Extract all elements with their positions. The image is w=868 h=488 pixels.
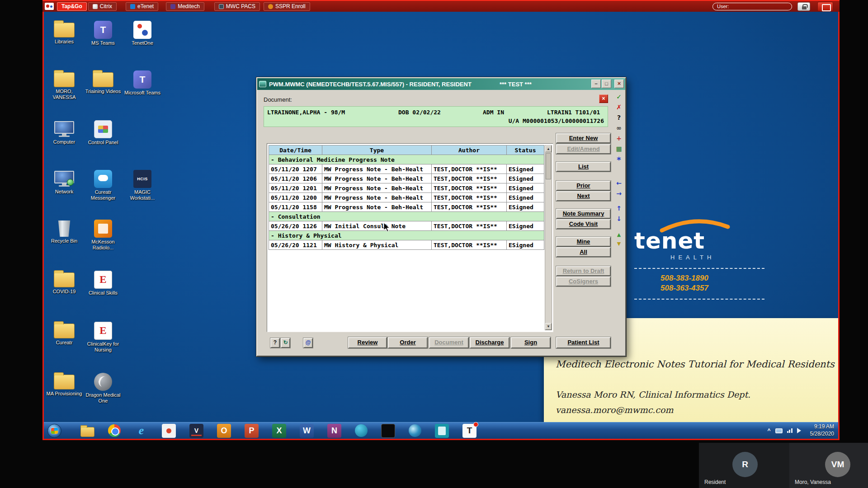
cell-type[interactable]: MW Progress Note - Beh-Healt	[322, 193, 432, 202]
cosigners-button[interactable]: CoSigners	[556, 277, 611, 286]
explorer-icon[interactable]	[80, 427, 94, 437]
globe-app-icon[interactable]	[409, 424, 421, 437]
desktop-icon-ma-provisioning[interactable]: MA Provisioning	[46, 373, 83, 397]
vmware-icon[interactable]: V	[189, 424, 203, 438]
tab-mwc-pacs[interactable]: MWC PACS	[214, 2, 260, 11]
add-icon[interactable]: +	[616, 135, 622, 141]
desktop-icon-control-panel[interactable]: Control Panel	[85, 120, 122, 145]
cell-type[interactable]: MW Progress Note - Beh-Healt	[322, 202, 432, 212]
cell-author[interactable]: TEST,DOCTOR **IS**	[432, 193, 507, 202]
cell-status[interactable]: ESigned	[507, 202, 544, 212]
internet-explorer-icon[interactable]: e	[134, 424, 148, 438]
review-glasses-icon[interactable]: ∞	[616, 125, 622, 131]
cell-datetime[interactable]: 05/11/20 1201	[269, 183, 322, 193]
order-button[interactable]: Order	[388, 337, 428, 348]
maximize-button[interactable]: □	[602, 80, 611, 88]
list-button[interactable]: List	[556, 162, 611, 172]
desktop-icon-magic-workstation[interactable]: HCIS MAGIC Workstati...	[124, 170, 161, 201]
scrollbar-thumb[interactable]	[546, 153, 551, 179]
scroll-down-button[interactable]: ▼	[545, 323, 552, 330]
cell-type[interactable]: MW Progress Note - Beh-Healt	[322, 164, 432, 174]
desktop-icon-covid19[interactable]: COVID-19	[46, 271, 83, 295]
cell-author[interactable]: TEST,DOCTOR **IS**	[432, 240, 507, 250]
document-row[interactable]: 05/11/20 1158 MW Progress Note - Beh-Hea…	[269, 202, 544, 212]
enter-new-button[interactable]: Enter New	[556, 133, 611, 143]
prior-button[interactable]: Prior	[556, 181, 611, 191]
start-button[interactable]	[47, 424, 61, 438]
close-document-button[interactable]: ×	[599, 94, 608, 103]
document-row[interactable]: 05/11/20 1206 MW Progress Note - Beh-Hea…	[269, 174, 544, 183]
cell-datetime[interactable]: 05/11/20 1207	[269, 164, 322, 174]
document-row[interactable]: 05/11/20 1201 MW Progress Note - Beh-Hea…	[269, 183, 544, 193]
desktop-icon-mckesson[interactable]: McKesson Radiolo...	[85, 220, 122, 251]
cell-status[interactable]: ESigned	[507, 164, 544, 174]
web-button[interactable]: @	[303, 338, 313, 348]
cell-datetime[interactable]: 05/26/20 1126	[269, 221, 322, 231]
return-to-draft-button[interactable]: Return to Draft	[556, 266, 611, 276]
desktop-icon-cureatr[interactable]: Cureatr	[46, 322, 83, 346]
desktop-icon-libraries[interactable]: Libraries	[46, 21, 83, 45]
cell-status[interactable]: ESigned	[507, 174, 544, 183]
cell-datetime[interactable]: 05/11/20 1158	[269, 202, 322, 212]
cell-datetime[interactable]: 05/26/20 1121	[269, 240, 322, 250]
command-window-icon[interactable]	[381, 424, 395, 438]
cell-author[interactable]: TEST,DOCTOR **IS**	[432, 202, 507, 212]
table-scrollbar[interactable]: ▲ ▼	[545, 145, 552, 330]
desktop-icon-network[interactable]: Network	[46, 170, 83, 195]
disconnect-button[interactable]	[817, 2, 833, 11]
cell-datetime[interactable]: 05/11/20 1206	[269, 174, 322, 183]
review-button[interactable]: Review	[348, 337, 387, 348]
cell-type[interactable]: MW Progress Note - Beh-Healt	[322, 183, 432, 193]
desktop-icon-clinical-skills[interactable]: E Clinical Skills	[85, 271, 122, 296]
cell-author[interactable]: TEST,DOCTOR **IS**	[432, 183, 507, 193]
prior-arrow-icon[interactable]: ←	[616, 180, 622, 186]
cancel-x-icon[interactable]: ✗	[616, 104, 622, 110]
tray-network-icon[interactable]	[787, 428, 793, 433]
cell-status[interactable]: ESigned	[507, 183, 544, 193]
cell-author[interactable]: TEST,DOCTOR **IS**	[432, 221, 507, 231]
video-tile-resident[interactable]: R Resident	[699, 443, 789, 488]
tab-meditech[interactable]: Meditech	[166, 2, 204, 11]
cell-status[interactable]: ESigned	[507, 221, 544, 231]
page-down-icon[interactable]: ▼	[617, 241, 621, 246]
lock-button[interactable]	[797, 2, 810, 11]
messaging-app-icon[interactable]	[162, 424, 176, 438]
page-up-icon[interactable]: ▲	[617, 232, 621, 237]
tray-volume-icon[interactable]	[797, 428, 804, 433]
tigerconnect-icon[interactable]: T	[462, 424, 476, 438]
chrome-icon[interactable]	[108, 424, 121, 437]
tab-sspr-enroll[interactable]: SSPR Enroll	[264, 2, 310, 11]
cell-type[interactable]: MW Progress Note - Beh-Healt	[322, 174, 432, 183]
next-arrow-icon[interactable]: →	[616, 190, 622, 197]
powerpoint-icon[interactable]: P	[245, 424, 259, 438]
ok-check-icon[interactable]: ✓	[616, 94, 622, 100]
document-row[interactable]: 05/26/20 1121 MW History & Physical TEST…	[269, 240, 544, 250]
desktop-icon-clinicalkey[interactable]: E ClinicalKey for Nursing	[85, 322, 122, 353]
document-row[interactable]: 05/26/20 1126 MW Initial Consult Note TE…	[269, 221, 544, 231]
cell-author[interactable]: TEST,DOCTOR **IS**	[432, 174, 507, 183]
edit-amend-button[interactable]: Edit/Amend	[556, 144, 611, 154]
desktop-icon-computer[interactable]: Computer	[46, 120, 83, 145]
desktop-icon-microsoft-teams[interactable]: T Microsoft Teams	[124, 70, 161, 96]
minimize-button[interactable]: –	[591, 80, 601, 88]
tab-citrix[interactable]: Citrix	[88, 2, 117, 11]
desktop-icon-training-videos[interactable]: Triaining Videos	[85, 70, 122, 94]
desktop-icon-dragon[interactable]: Dragon Medical One	[85, 373, 122, 404]
cell-datetime[interactable]: 05/11/20 1200	[269, 193, 322, 202]
cell-author[interactable]: TEST,DOCTOR **IS**	[432, 164, 507, 174]
desktop-icon-recycle-bin[interactable]: Recycle Bin	[46, 220, 83, 244]
user-field[interactable]: User:	[712, 3, 792, 10]
desktop-icon-ms-teams[interactable]: T MS Teams	[85, 21, 122, 46]
discharge-button[interactable]: Discharge	[470, 337, 509, 348]
scroll-up-button[interactable]: ▲	[545, 145, 552, 152]
taskbar-clock[interactable]: 9:19 AM 5/28/2020	[810, 423, 834, 437]
cell-type[interactable]: MW History & Physical	[322, 240, 432, 250]
special-icon[interactable]: *	[617, 156, 621, 164]
outlook-icon[interactable]: O	[217, 424, 231, 438]
desktop-icon-tenetone[interactable]: TenetOne	[124, 21, 161, 46]
document-row[interactable]: 05/11/20 1207 MW Progress Note - Beh-Hea…	[269, 164, 544, 174]
code-visit-button[interactable]: Code Visit	[556, 219, 611, 229]
tray-expand-icon[interactable]: ^	[768, 427, 771, 434]
up-arrow-icon[interactable]: ↑	[616, 205, 622, 211]
citrix-connection-icon[interactable]	[435, 424, 449, 438]
